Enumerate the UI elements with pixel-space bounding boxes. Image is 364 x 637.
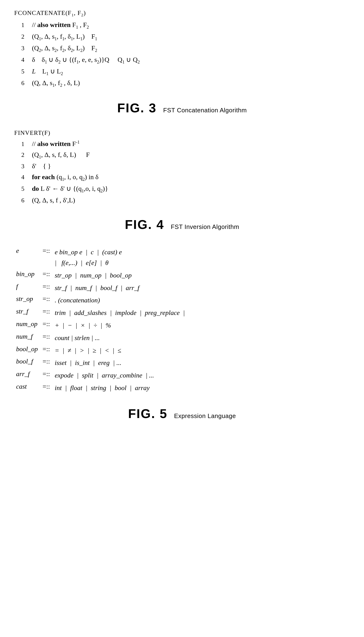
line-number: 1 — [21, 20, 32, 30]
line-number: 5 — [21, 184, 32, 193]
grammar-prod: expode | split | array_combine | ... — [53, 369, 187, 382]
fig3-title: Fconcatenate(F1, F2) — [14, 10, 350, 18]
line-content: δ δ1 ∪ δ2 ∪ {(f1, e, e, s2)}Q Q1 ∪ Q2 — [32, 55, 350, 65]
algo-line: 3 (Q2, Δ, s2, f2, δ2, L2) F2 — [21, 43, 350, 54]
grammar-nt: bool_f — [14, 357, 40, 369]
algo-line: 5 L L1 ∪ L2 — [21, 66, 350, 77]
fig3-label: FST Concatenation Algorithm — [163, 107, 247, 114]
fig5-caption: FIG. 5 Expression Language — [14, 406, 350, 421]
grammar-prod: str_op | num_op | bool_op — [53, 269, 187, 282]
line-number: 4 — [21, 172, 32, 182]
grammar-row-f: f =:: str_f | num_f | bool_f | arr_f — [14, 282, 187, 294]
fig3-params: (F1, F2) — [65, 10, 86, 16]
line-number: 3 — [21, 162, 32, 171]
grammar-row-arrf: arr_f =:: expode | split | array_combine… — [14, 369, 187, 382]
grammar-row-strop: str_op =:: . (concatenation) — [14, 294, 187, 307]
algo-line: 6 (Q, Δ, s, f , δ',L) — [21, 195, 350, 205]
grammar-prod: = | ≠ | > | ≥ | < | ≤ — [53, 344, 187, 357]
grammar-nt: str_f — [14, 307, 40, 319]
grammar-row-e: e =:: e bin_op e | c | (cast) e | f(e,..… — [14, 246, 187, 269]
grammar-arrow: =:: — [40, 294, 53, 307]
line-content: L L1 ∪ L2 — [32, 66, 350, 77]
line-number: 2 — [21, 32, 32, 41]
fig5-label: Expression Language — [174, 412, 236, 419]
fig4-num: FIG. 4 — [125, 217, 164, 232]
algo-line: 2 (Q1, Δ, s, f, δ, L) F — [21, 150, 350, 160]
fig4-lines: 1 // also written F-1 2 (Q1, Δ, s, f, δ,… — [21, 139, 350, 205]
grammar-table: e =:: e bin_op e | c | (cast) e | f(e,..… — [14, 246, 187, 394]
line-content: (Q1, Δ, s1, f1, δ1, L1) F1 — [32, 32, 350, 42]
grammar-nt: str_op — [14, 294, 40, 307]
grammar-arrow: =:: — [40, 332, 53, 344]
fig4-caption: FIG. 4 FST Inversion Algorithm — [14, 217, 350, 232]
line-number: 2 — [21, 150, 32, 159]
fig3-func-name: Fconcatenate — [14, 10, 65, 16]
fig4-func-name: Finvert — [14, 129, 42, 136]
grammar-prod: str_f | num_f | bool_f | arr_f — [53, 282, 187, 294]
grammar-arrow: =:: — [40, 344, 53, 357]
grammar-arrow: =:: — [40, 382, 53, 394]
algo-line: 5 do L δ' ← δ' ∪ {(q1,o, i, q2)} — [21, 184, 350, 194]
grammar-arrow: =:: — [40, 307, 53, 319]
fig4-section: Finvert(F) 1 // also written F-1 2 (Q1, … — [14, 129, 350, 205]
grammar-arrow: =:: — [40, 269, 53, 282]
fig3-num: FIG. 3 — [117, 101, 156, 115]
grammar-nt: f — [14, 282, 40, 294]
line-content: δ' { } — [32, 161, 350, 171]
grammar-arrow: =:: — [40, 357, 53, 369]
grammar-row-cast: cast =:: int | float | string | bool | a… — [14, 382, 187, 394]
line-content: (Q, Δ, s1, f2 , δ, L) — [32, 78, 350, 89]
fig3-section: Fconcatenate(F1, F2) 1 // also written F… — [14, 10, 350, 89]
grammar-nt: bool_op — [14, 344, 40, 357]
line-content: // also written F1 , F2 — [32, 20, 350, 31]
grammar-prod: e bin_op e | c | (cast) e | f(e,...) | e… — [53, 246, 187, 269]
algo-line: 4 for each (q1, i, o, q2) in δ — [21, 172, 350, 183]
line-content: // also written F-1 — [32, 139, 350, 149]
algo-line: 2 (Q1, Δ, s1, f1, δ1, L1) F1 — [21, 32, 350, 42]
grammar-prod: int | float | string | bool | array — [53, 382, 187, 394]
grammar-nt: e — [14, 246, 40, 269]
grammar-prod: trim | add_slashes | implode | preg_repl… — [53, 307, 187, 319]
algo-line: 4 δ δ1 ∪ δ2 ∪ {(f1, e, e, s2)}Q Q1 ∪ Q2 — [21, 55, 350, 65]
grammar-prod: + | − | × | ÷ | % — [53, 319, 187, 332]
algo-line: 1 // also written F-1 — [21, 139, 350, 149]
grammar-nt: num_op — [14, 319, 40, 332]
fig5-num: FIG. 5 — [128, 406, 167, 421]
line-number: 5 — [21, 67, 32, 76]
line-number: 6 — [21, 78, 32, 88]
fig4-params: (F) — [42, 129, 50, 136]
grammar-row-numop: num_op =:: + | − | × | ÷ | % — [14, 319, 187, 332]
line-content: (Q1, Δ, s, f, δ, L) F — [32, 150, 350, 160]
grammar-row-boolop: bool_op =:: = | ≠ | > | ≥ | < | ≤ — [14, 344, 187, 357]
line-number: 6 — [21, 196, 32, 205]
grammar-arrow: =:: — [40, 282, 53, 294]
line-content: (Q, Δ, s, f , δ',L) — [32, 195, 350, 205]
grammar-row-strf: str_f =:: trim | add_slashes | implode |… — [14, 307, 187, 319]
fig4-title: Finvert(F) — [14, 129, 350, 136]
grammar-row-numf: num_f =:: count | strlen | ... — [14, 332, 187, 344]
grammar-arrow: =:: — [40, 319, 53, 332]
grammar-nt: num_f — [14, 332, 40, 344]
algo-line: 6 (Q, Δ, s1, f2 , δ, L) — [21, 78, 350, 89]
fig3-caption: FIG. 3 FST Concatenation Algorithm — [14, 100, 350, 115]
grammar-arrow: =:: — [40, 369, 53, 382]
grammar-arrow: =:: — [40, 246, 53, 269]
fig5-section: e =:: e bin_op e | c | (cast) e | f(e,..… — [14, 246, 350, 394]
algo-line: 3 δ' { } — [21, 161, 350, 171]
grammar-prod: . (concatenation) — [53, 294, 187, 307]
grammar-nt: arr_f — [14, 369, 40, 382]
line-number: 4 — [21, 55, 32, 65]
line-content: do L δ' ← δ' ∪ {(q1,o, i, q2)} — [32, 184, 350, 194]
grammar-prod: isset | is_int | ereg | ... — [53, 357, 187, 369]
line-content: (Q2, Δ, s2, f2, δ2, L2) F2 — [32, 43, 350, 54]
grammar-prod: count | strlen | ... — [53, 332, 187, 344]
grammar-row-boolf: bool_f =:: isset | is_int | ereg | ... — [14, 357, 187, 369]
line-number: 1 — [21, 139, 32, 149]
grammar-nt: bin_op — [14, 269, 40, 282]
fig4-label: FST Inversion Algorithm — [171, 223, 239, 230]
grammar-nt: cast — [14, 382, 40, 394]
grammar-row-binop: bin_op =:: str_op | num_op | bool_op — [14, 269, 187, 282]
fig3-lines: 1 // also written F1 , F2 2 (Q1, Δ, s1, … — [21, 20, 350, 88]
line-number: 3 — [21, 44, 32, 53]
algo-line: 1 // also written F1 , F2 — [21, 20, 350, 31]
